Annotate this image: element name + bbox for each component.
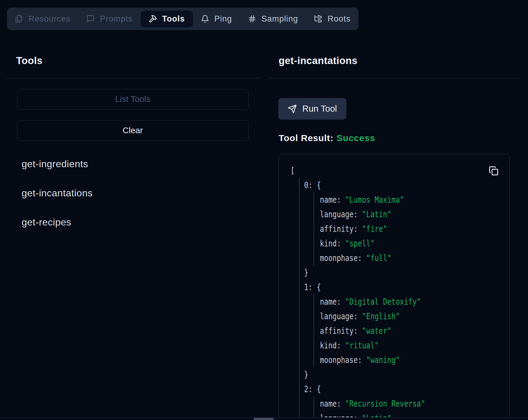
tab-sampling[interactable]: Sampling (240, 11, 306, 27)
run-tool-label: Run Tool (302, 104, 337, 114)
json-row: language: "English" (320, 309, 509, 323)
tool-result-line: Tool Result:Success (279, 133, 520, 143)
json-indent-group: name: "Lumos Maxima"language: "Latin"aff… (314, 192, 509, 265)
json-row: kind: "ritual" (320, 338, 509, 353)
clear-button[interactable]: Clear (17, 120, 249, 141)
tool-list-item[interactable]: get-incantations (6, 178, 259, 208)
bell-icon (201, 15, 209, 23)
horizontal-scrollbar-thumb[interactable] (254, 418, 274, 420)
json-row: [ (290, 163, 509, 178)
files-icon (15, 15, 23, 23)
json-row: affinity: "fire" (320, 222, 509, 236)
tab-label: Ping (214, 14, 232, 24)
json-row: kind: "spell" (320, 236, 509, 251)
run-tool-button[interactable]: Run Tool (278, 98, 346, 120)
tool-detail-title: get-incantations (279, 55, 520, 67)
json-row: name: "Recursion Reversa" (320, 396, 509, 411)
json-row: name: "Lumos Maxima" (320, 192, 509, 207)
tab-label: Prompts (100, 14, 133, 24)
tab-tools[interactable]: Tools (141, 11, 193, 27)
folder-tree-icon (314, 15, 322, 23)
tab-label: Tools (162, 14, 185, 24)
json-row: language: "Latin" (320, 207, 509, 222)
json-row: name: "Digital Detoxify" (320, 294, 509, 309)
json-row: 2: { (304, 382, 509, 396)
tab-label: Sampling (262, 14, 298, 24)
json-indent-group: 0: {name: "Lumos Maxima"language: "Latin… (299, 178, 509, 420)
tab-bar: Resources Prompts Tools Ping Sampling Ro… (7, 8, 358, 30)
list-tools-button[interactable]: List Tools (17, 89, 249, 110)
tab-label: Resources (29, 14, 70, 24)
tool-detail-panel: get-incantations Run Tool Tool Result:Su… (268, 30, 520, 420)
json-row: moonphase: "waning" (320, 353, 509, 367)
send-icon (288, 104, 297, 113)
tool-result-json-panel: [0: {name: "Lumos Maxima"language: "Lati… (279, 154, 510, 420)
json-indent-group: name: "Recursion Reversa"language: "Lati… (314, 396, 509, 420)
tool-list-item[interactable]: get-ingredients (6, 149, 259, 178)
tools-panel: Tools List Tools Clear get-ingredients g… (6, 30, 259, 237)
tools-panel-title: Tools (16, 55, 259, 67)
json-row: } (304, 367, 509, 382)
tab-roots[interactable]: Roots (306, 11, 358, 27)
json-row: 1: { (304, 280, 509, 294)
hash-icon (248, 15, 256, 23)
json-row: 0: { (304, 178, 509, 192)
horizontal-scrollbar[interactable] (0, 417, 528, 420)
json-indent-group: name: "Digital Detoxify"language: "Engli… (314, 294, 509, 367)
tab-label: Roots (327, 14, 351, 24)
tab-ping[interactable]: Ping (193, 11, 240, 27)
json-row: } (304, 265, 509, 280)
hammer-icon (149, 15, 157, 23)
divider (268, 78, 520, 78)
divider (6, 78, 259, 78)
tool-list-item[interactable]: get-recipes (6, 208, 259, 237)
tab-prompts[interactable]: Prompts (78, 11, 141, 27)
json-row: moonphase: "full" (320, 251, 509, 265)
tool-result-label: Tool Result: (279, 133, 334, 143)
message-square-icon (86, 15, 95, 23)
tab-resources[interactable]: Resources (7, 11, 78, 27)
json-tree: [0: {name: "Lumos Maxima"language: "Lati… (279, 154, 509, 420)
tool-result-status: Success (337, 133, 375, 143)
tool-list: get-ingredients get-incantations get-rec… (6, 149, 259, 237)
json-row: affinity: "water" (320, 323, 509, 338)
